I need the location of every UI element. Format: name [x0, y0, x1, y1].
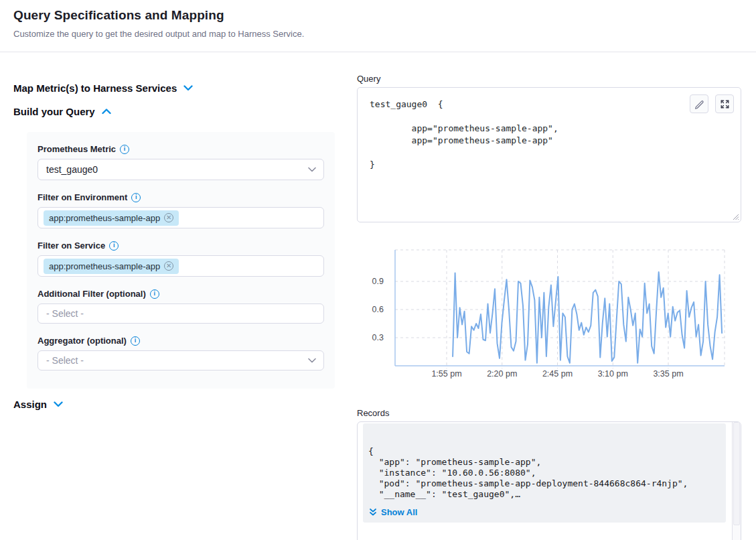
records-panel: { "app": "prometheus-sample-app", "insta…	[357, 421, 741, 540]
environment-filter-chip: app:prometheus-sample-app ✕	[44, 210, 179, 226]
info-icon[interactable]: i	[150, 289, 159, 299]
svg-text:0.9: 0.9	[372, 277, 384, 286]
field-additional-filter: Additional Filter (optional) i - Select …	[37, 289, 324, 324]
field-prometheus-metric: Prometheus Metric i test_gauge0	[37, 144, 324, 180]
header-divider	[0, 52, 756, 52]
aggregator-select[interactable]: - Select -	[37, 350, 324, 370]
build-query-form: Prometheus Metric i test_gauge0 Filter o…	[27, 132, 335, 389]
remove-chip-icon[interactable]: ✕	[164, 213, 173, 222]
filter-environment-input[interactable]: app:prometheus-sample-app ✕	[37, 207, 324, 228]
info-icon[interactable]: i	[120, 145, 129, 154]
additional-filter-select[interactable]: - Select -	[37, 303, 324, 324]
chevron-down-icon	[308, 167, 316, 172]
metric-timeseries-chart: 0.30.60.91:55 pm2:20 pm2:45 pm3:10 pm3:3…	[357, 243, 741, 381]
query-code: test_gauge0 { app="prometheus-sample-app…	[358, 88, 741, 171]
environment-filter-chip-label: app:prometheus-sample-app	[49, 213, 160, 223]
chevron-down-icon	[54, 401, 63, 407]
query-editor: test_gauge0 { app="prometheus-sample-app…	[357, 87, 741, 222]
record-card: { "app": "prometheus-sample-app", "insta…	[363, 423, 726, 523]
chevron-down-icon	[183, 85, 193, 91]
filter-service-input[interactable]: app:prometheus-sample-app ✕	[37, 255, 324, 277]
svg-text:0.6: 0.6	[372, 305, 384, 314]
records-panel-label: Records	[357, 408, 389, 418]
info-icon[interactable]: i	[109, 241, 119, 251]
chevron-up-icon	[102, 109, 111, 115]
edit-query-button[interactable]	[690, 94, 708, 113]
aggregator-placeholder: - Select -	[46, 355, 84, 366]
pencil-icon	[694, 98, 704, 109]
filter-environment-label: Filter on Environment	[37, 192, 127, 202]
section-map-metrics[interactable]: Map Metric(s) to Harness Services	[13, 82, 193, 94]
field-filter-service: Filter on Service i app:prometheus-sampl…	[37, 241, 324, 277]
aggregator-label: Aggregator (optional)	[37, 336, 127, 346]
page-title: Query Specifications and Mapping	[13, 8, 224, 23]
line-chart-svg: 0.30.60.91:55 pm2:20 pm2:45 pm3:10 pm3:3…	[357, 243, 741, 381]
filter-service-label: Filter on Service	[37, 241, 105, 251]
filter-service-label-row: Filter on Service i	[37, 241, 324, 251]
record-json: { "app": "prometheus-sample-app", "insta…	[363, 423, 726, 500]
records-scrollbar-thumb[interactable]	[733, 422, 740, 525]
prometheus-metric-value: test_gauge0	[46, 164, 98, 175]
service-filter-chip-label: app:prometheus-sample-app	[49, 261, 160, 271]
show-all-link[interactable]: Show All	[369, 507, 417, 517]
section-build-query-label: Build your Query	[13, 106, 95, 117]
filter-environment-label-row: Filter on Environment i	[37, 192, 324, 202]
double-chevron-down-icon	[369, 508, 377, 517]
query-specifications-page: Query Specifications and Mapping Customi…	[0, 0, 756, 540]
records-scrollbar[interactable]	[732, 422, 741, 540]
field-filter-environment: Filter on Environment i app:prometheus-s…	[37, 192, 324, 228]
svg-text:2:20 pm: 2:20 pm	[487, 369, 517, 379]
expand-query-button[interactable]	[715, 94, 734, 113]
additional-filter-label-row: Additional Filter (optional) i	[37, 289, 324, 299]
field-aggregator: Aggregator (optional) i - Select -	[37, 336, 324, 370]
additional-filter-placeholder: - Select -	[46, 308, 84, 319]
svg-text:0.3: 0.3	[372, 333, 384, 342]
info-icon[interactable]: i	[131, 336, 140, 346]
section-assign[interactable]: Assign	[13, 399, 63, 410]
show-all-label: Show All	[381, 507, 417, 517]
prometheus-metric-select[interactable]: test_gauge0	[37, 159, 324, 180]
page-subtitle: Customize the query to get the desired o…	[13, 29, 304, 39]
info-icon[interactable]: i	[131, 193, 141, 202]
aggregator-label-row: Aggregator (optional) i	[37, 336, 324, 346]
svg-text:1:55 pm: 1:55 pm	[431, 369, 461, 379]
svg-text:2:45 pm: 2:45 pm	[542, 369, 573, 379]
service-filter-chip: app:prometheus-sample-app ✕	[44, 259, 179, 274]
chevron-down-icon	[308, 358, 316, 363]
query-panel-label: Query	[357, 74, 380, 84]
expand-icon	[720, 99, 730, 109]
svg-text:3:35 pm: 3:35 pm	[653, 369, 683, 379]
prometheus-metric-label-row: Prometheus Metric i	[37, 144, 324, 154]
section-map-metrics-label: Map Metric(s) to Harness Services	[13, 82, 177, 94]
prometheus-metric-label: Prometheus Metric	[37, 144, 116, 154]
additional-filter-label: Additional Filter (optional)	[37, 289, 146, 299]
resize-grip-icon[interactable]	[731, 212, 739, 220]
section-assign-label: Assign	[13, 399, 47, 410]
remove-chip-icon[interactable]: ✕	[164, 261, 173, 271]
svg-text:3:10 pm: 3:10 pm	[598, 369, 628, 379]
section-build-query[interactable]: Build your Query	[13, 106, 111, 117]
